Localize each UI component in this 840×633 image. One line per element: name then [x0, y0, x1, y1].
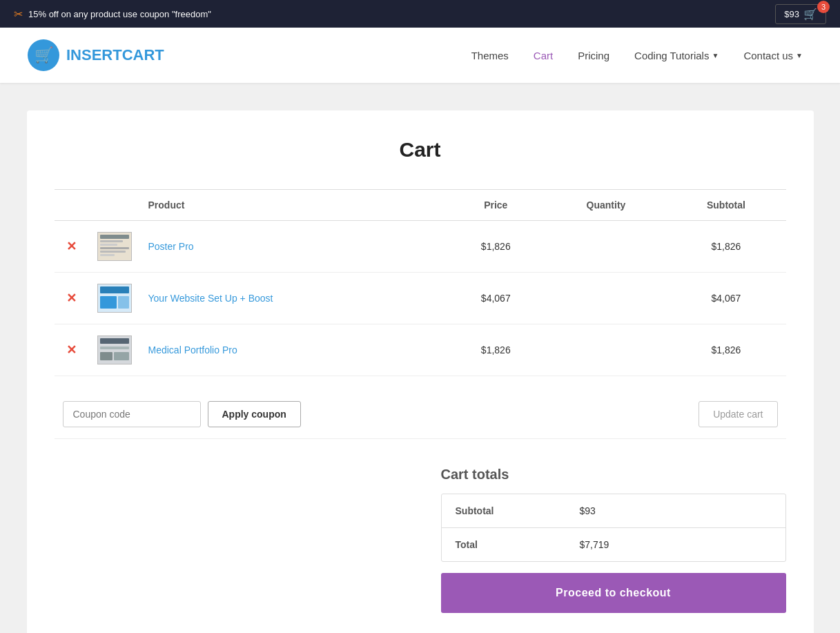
product-link[interactable]: Poster Pro [148, 241, 194, 252]
product-price: $1,826 [446, 324, 546, 376]
coupon-input[interactable] [63, 401, 201, 427]
product-thumbnail [97, 335, 132, 364]
update-cart-button[interactable]: Update cart [699, 401, 777, 427]
table-row: ✕ Medical Portfolio Pro$1,826$1,826 [55, 324, 786, 376]
logo[interactable]: 🛒 INSERTCART [28, 39, 164, 71]
cart-button[interactable]: $93 🛒 3 [775, 4, 826, 24]
page-title: Cart [55, 138, 786, 162]
product-subtotal: $4,067 [666, 273, 785, 324]
logo-text: INSERTCART [66, 46, 164, 64]
remove-item-button[interactable]: ✕ [66, 342, 77, 358]
product-price: $4,067 [446, 273, 546, 324]
total-label: Total [442, 528, 566, 561]
checkout-button[interactable]: Proceed to checkout [441, 573, 786, 613]
coding-dropdown-arrow: ▼ [712, 52, 719, 59]
table-row: ✕ Your Website Set Up + Boost$4,067$4,06… [55, 273, 786, 324]
product-thumbnail [97, 232, 132, 261]
product-quantity [546, 273, 667, 324]
cart-count-badge: 3 [817, 1, 830, 13]
cart-totals-section: Cart totals Subtotal $93 Total $7,719 Pr… [55, 467, 786, 613]
col-price-header: Price [446, 190, 546, 221]
cart-totals-title: Cart totals [441, 467, 786, 483]
product-subtotal: $1,826 [666, 221, 785, 273]
coupon-row: Apply coupon Update cart [55, 390, 786, 439]
logo-icon: 🛒 [28, 39, 59, 71]
coupon-left: Apply coupon [63, 401, 301, 427]
table-row: ✕ Poster Pro$1,826$1,826 [55, 221, 786, 273]
banner-text: 15% off on any product use coupon "freed… [28, 9, 211, 19]
col-thumb-header [89, 190, 140, 221]
product-subtotal: $1,826 [666, 324, 785, 376]
main-nav: Themes Cart Pricing Coding Tutorials ▼ C… [462, 44, 812, 67]
total-value: $7,719 [566, 528, 785, 561]
product-price: $1,826 [446, 221, 546, 273]
product-quantity [546, 324, 667, 376]
cart-table: Product Price Quantity Subtotal ✕ Poster… [55, 189, 786, 376]
product-link[interactable]: Your Website Set Up + Boost [148, 293, 273, 304]
header: 🛒 INSERTCART Themes Cart Pricing Coding … [0, 28, 840, 83]
banner-message-area: ✂ 15% off on any product use coupon "fre… [14, 8, 211, 21]
cart-icon: 🛒 [803, 8, 817, 21]
nav-coding-tutorials[interactable]: Coding Tutorials ▼ [625, 44, 728, 67]
nav-contact-us[interactable]: Contact us ▼ [734, 44, 812, 67]
contact-dropdown-arrow: ▼ [796, 52, 803, 59]
col-subtotal-header: Subtotal [666, 190, 785, 221]
subtotal-value: $93 [566, 494, 785, 527]
subtotal-row: Subtotal $93 [442, 494, 785, 528]
remove-item-button[interactable]: ✕ [66, 291, 77, 306]
totals-table: Subtotal $93 Total $7,719 [441, 494, 786, 562]
page-content: Cart Product Price Quantity Subtotal ✕ P… [27, 110, 814, 633]
subtotal-label: Subtotal [442, 494, 566, 527]
product-link[interactable]: Medical Portfolio Pro [148, 344, 237, 356]
cart-amount: $93 [784, 9, 799, 19]
nav-cart[interactable]: Cart [524, 44, 563, 67]
remove-item-button[interactable]: ✕ [66, 239, 77, 254]
apply-coupon-button[interactable]: Apply coupon [208, 401, 301, 427]
top-banner: ✂ 15% off on any product use coupon "fre… [0, 0, 840, 28]
nav-pricing[interactable]: Pricing [568, 44, 619, 67]
total-row: Total $7,719 [442, 528, 785, 561]
col-product-header: Product [140, 190, 446, 221]
cart-totals-box: Cart totals Subtotal $93 Total $7,719 Pr… [441, 467, 786, 613]
product-quantity [546, 221, 667, 273]
col-qty-header: Quantity [546, 190, 667, 221]
product-thumbnail [97, 284, 132, 313]
nav-themes[interactable]: Themes [462, 44, 518, 67]
tag-icon: ✂ [14, 8, 23, 21]
col-remove-header [55, 190, 89, 221]
